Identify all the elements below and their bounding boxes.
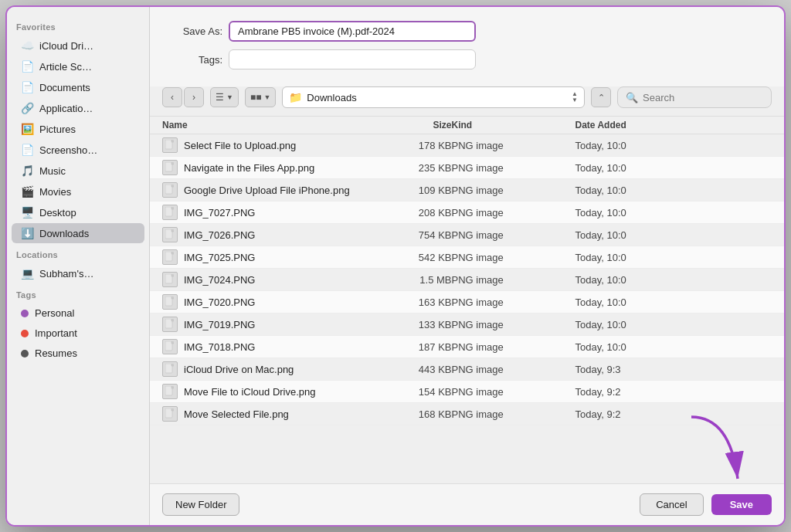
table-row[interactable]: IMG_7025.PNG 542 KB PNG image Today, 10:… <box>150 246 784 269</box>
svg-rect-12 <box>165 207 172 216</box>
file-date: Today, 10:0 <box>575 207 772 219</box>
resumes-tag-dot <box>21 350 29 357</box>
table-row[interactable]: iCloud Drive on Mac.png 443 KB PNG image… <box>150 358 784 381</box>
file-date: Today, 10:0 <box>575 140 772 151</box>
save-as-input[interactable] <box>229 21 476 42</box>
music-icon: 🎵 <box>21 164 33 177</box>
file-name: IMG_7025.PNG <box>184 252 256 263</box>
table-row[interactable]: IMG_7018.PNG 187 KB PNG image Today, 10:… <box>150 336 784 358</box>
svg-rect-4 <box>165 162 172 171</box>
sidebar-item-icloud[interactable]: ☁️ iCloud Dri… <box>12 36 144 56</box>
sidebar-item-desktop-label: Desktop <box>39 207 76 219</box>
col-header-size: Size <box>359 120 452 130</box>
grid-view-button[interactable]: ■■ ▼ <box>245 87 276 107</box>
grid-view-chevron: ▼ <box>263 93 270 101</box>
tags-input[interactable] <box>229 49 476 69</box>
table-row[interactable]: IMG_7027.PNG 208 KB PNG image Today, 10:… <box>150 202 784 224</box>
sidebar-item-resumes-tag[interactable]: Resumes <box>12 344 144 363</box>
file-name-cell: Move File to iCloud Drive.png <box>162 384 359 399</box>
file-thumbnail <box>162 317 178 332</box>
icloud-icon: ☁️ <box>21 39 33 52</box>
table-row[interactable]: Google Drive Upload File iPhone.png 109 … <box>150 179 784 202</box>
list-view-icon: ☰ <box>216 92 224 103</box>
table-row[interactable]: IMG_7019.PNG 133 KB PNG image Today, 10:… <box>150 313 784 336</box>
file-name: IMG_7027.PNG <box>184 207 256 219</box>
sidebar-item-movies-label: Movies <box>39 186 71 198</box>
sidebar-item-article[interactable]: 📄 Article Sc… <box>12 56 144 76</box>
file-name-cell: Navigate in the Files App.png <box>162 160 359 175</box>
sidebar-item-pictures[interactable]: 🖼️ Pictures <box>12 119 144 139</box>
sidebar-item-screenshots-label: Screensho… <box>39 144 97 156</box>
svg-rect-33 <box>171 319 174 321</box>
table-row[interactable]: IMG_7026.PNG 754 KB PNG image Today, 10:… <box>150 224 784 246</box>
save-button[interactable]: Save <box>711 494 772 515</box>
file-name: iCloud Drive on Mac.png <box>184 364 294 375</box>
file-name-cell: iCloud Drive on Mac.png <box>162 361 359 377</box>
location-dropdown[interactable]: 📁 Downloads ▲ ▼ <box>282 86 585 108</box>
file-name: IMG_7024.PNG <box>184 274 256 286</box>
svg-rect-36 <box>165 341 172 351</box>
table-row[interactable]: Move Selected File.png 168 KB PNG image … <box>150 403 784 425</box>
sidebar-item-downloads[interactable]: ⬇️ Downloads <box>12 223 144 243</box>
sidebar-item-documents-label: Documents <box>39 82 90 93</box>
file-name-cell: IMG_7024.PNG <box>162 272 359 287</box>
important-tag-label: Important <box>35 327 77 339</box>
forward-button[interactable]: › <box>184 87 204 107</box>
svg-rect-37 <box>171 341 174 344</box>
sidebar-item-subhams[interactable]: 💻 Subham's… <box>12 263 144 283</box>
tags-row: Tags: <box>168 49 766 69</box>
svg-rect-28 <box>165 296 172 306</box>
grid-view-icon: ■■ <box>250 92 262 103</box>
file-name: IMG_7019.PNG <box>184 319 256 330</box>
sidebar-item-downloads-label: Downloads <box>39 228 89 239</box>
sidebar-item-applications[interactable]: 🔗 Applicatio… <box>12 98 144 118</box>
sidebar-item-desktop[interactable]: 🖥️ Desktop <box>12 202 144 222</box>
main-panel: Save As: Tags: ‹ › ☰ ▼ ■■ ▼ 📁 <box>150 7 784 525</box>
list-view-chevron: ▼ <box>226 93 233 101</box>
tags-section-label: Tags <box>7 284 149 303</box>
svg-rect-44 <box>165 386 172 395</box>
svg-rect-13 <box>171 207 174 209</box>
sidebar-item-movies[interactable]: 🎬 Movies <box>12 181 144 202</box>
new-folder-button[interactable]: New Folder <box>162 493 239 516</box>
search-input[interactable] <box>643 92 763 103</box>
expand-button[interactable]: ⌃ <box>591 87 611 107</box>
sidebar-item-important-tag[interactable]: Important <box>12 324 144 343</box>
svg-rect-17 <box>171 229 174 232</box>
table-row[interactable]: Select File to Upload.png 178 KB PNG ima… <box>150 134 784 157</box>
file-name: IMG_7020.PNG <box>184 296 256 308</box>
desktop-icon: 🖥️ <box>21 206 33 219</box>
file-size: 542 KB <box>359 252 452 263</box>
svg-rect-25 <box>171 274 174 276</box>
svg-rect-1 <box>171 140 174 142</box>
cancel-button[interactable]: Cancel <box>640 493 703 516</box>
file-date: Today, 10:0 <box>575 229 772 241</box>
applications-icon: 🔗 <box>21 102 33 114</box>
file-size: 1.5 MB <box>359 274 452 286</box>
svg-rect-8 <box>165 185 172 194</box>
svg-rect-24 <box>165 274 172 283</box>
sidebar-item-music[interactable]: 🎵 Music <box>12 161 144 181</box>
sidebar-item-screenshots[interactable]: 📄 Screensho… <box>12 140 144 160</box>
file-name: Google Drive Upload File iPhone.png <box>184 185 350 196</box>
table-row[interactable]: IMG_7024.PNG 1.5 MB PNG image Today, 10:… <box>150 269 784 291</box>
table-row[interactable]: Move File to iCloud Drive.png 154 KB PNG… <box>150 381 784 403</box>
file-thumbnail <box>162 205 178 220</box>
tags-label: Tags: <box>168 54 222 66</box>
file-list-container: Name Size Kind Date Added Select File to… <box>150 116 784 484</box>
list-view-button[interactable]: ☰ ▼ <box>210 87 239 107</box>
file-size: 754 KB <box>359 229 452 241</box>
table-row[interactable]: Navigate in the Files App.png 235 KB PNG… <box>150 157 784 179</box>
file-kind: PNG image <box>452 274 575 286</box>
svg-rect-41 <box>171 364 174 366</box>
favorites-section-label: Favorites <box>7 16 149 35</box>
sidebar-item-documents[interactable]: 📄 Documents <box>12 77 144 97</box>
file-thumbnail <box>162 160 178 175</box>
file-size: 178 KB <box>359 140 452 151</box>
sidebar-item-personal-tag[interactable]: Personal <box>12 303 144 323</box>
back-button[interactable]: ‹ <box>162 87 182 107</box>
table-row[interactable]: IMG_7020.PNG 163 KB PNG image Today, 10:… <box>150 291 784 313</box>
screenshots-icon: 📄 <box>21 144 33 156</box>
save-as-label: Save As: <box>168 25 222 37</box>
svg-rect-5 <box>171 162 174 164</box>
